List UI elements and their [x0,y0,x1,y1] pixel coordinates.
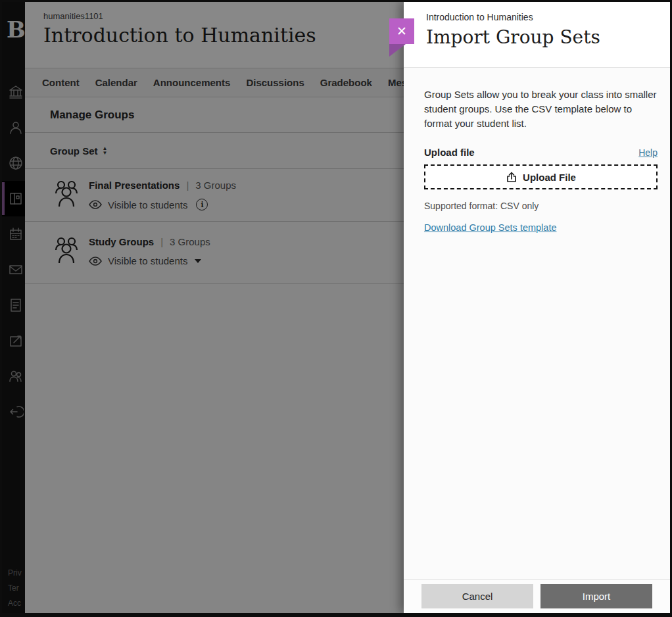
help-link[interactable]: Help [638,147,658,158]
panel-context: Introduction to Humanities [426,12,658,22]
import-button[interactable]: Import [540,584,652,608]
supported-format-text: Supported format: CSV only [424,201,658,211]
panel-footer: Cancel Import [404,579,670,613]
import-group-sets-panel: ✕ Introduction to Humanities Import Grou… [404,2,670,613]
upload-file-label: Upload file [424,147,475,158]
close-button-tail [389,44,406,57]
close-icon: ✕ [396,24,407,39]
panel-title: Import Group Sets [426,26,658,48]
panel-body: Group Sets allow you to break your class… [404,68,670,234]
dim-overlay[interactable] [2,2,406,613]
upload-file-button[interactable]: Upload File [424,164,658,189]
app-window: B [0,0,672,617]
download-template-link[interactable]: Download Group Sets template [424,222,557,233]
panel-header: Introduction to Humanities Import Group … [404,2,670,68]
close-button[interactable]: ✕ [389,18,414,44]
panel-description: Group Sets allow you to break your class… [424,87,658,131]
cancel-button[interactable]: Cancel [421,584,533,608]
upload-icon [506,171,517,183]
